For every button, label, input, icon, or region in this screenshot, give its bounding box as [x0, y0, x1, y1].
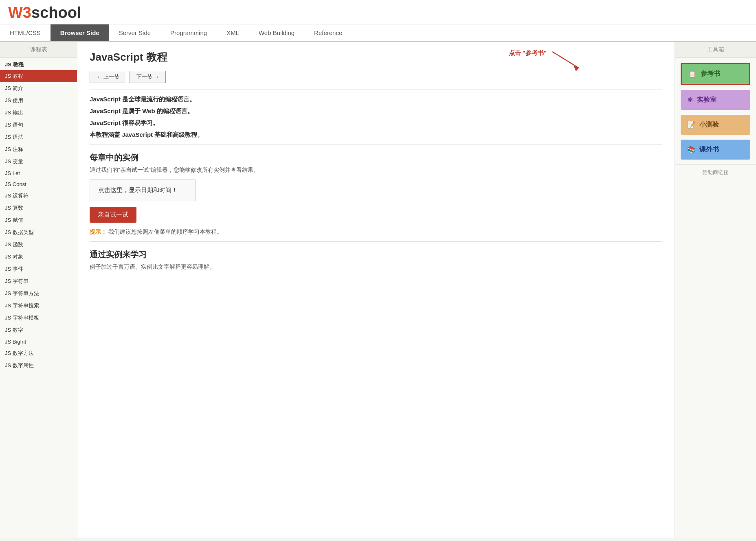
sidebar-item-js-const[interactable]: JS Const [0, 179, 77, 190]
sidebar: 课程表 JS 教程 JS 教程 JS 简介 JS 使用 JS 输出 JS 语句 … [0, 42, 77, 538]
toolbox-reference-btn[interactable]: 📋 参考书 [681, 63, 750, 85]
sidebar-item-js-arithmetic[interactable]: JS 算数 [0, 202, 77, 214]
sidebar-item-js-event[interactable]: JS 事件 [0, 263, 77, 275]
sidebar-item-js-number[interactable]: JS 数字 [0, 324, 77, 336]
section2-desc: 例子胜过千言万语。实例比文字解释更容易理解。 [90, 263, 662, 271]
sidebar-item-js-bigint[interactable]: JS BigInt [0, 336, 77, 347]
annotation-area: 点击 "参考书" [509, 48, 585, 73]
nav-browser-side[interactable]: Browser Side [51, 24, 109, 41]
sidebar-item-js-let[interactable]: JS Let [0, 168, 77, 179]
svg-line-0 [552, 52, 579, 68]
annotation-text: 点击 "参考书" [509, 49, 547, 57]
sidebar-item-js-syntax[interactable]: JS 语法 [0, 131, 77, 143]
sidebar-item-js-function[interactable]: JS 函数 [0, 239, 77, 251]
sidebar-item-js-assign[interactable]: JS 赋值 [0, 214, 77, 226]
toolbox-extra-label: 课外书 [699, 145, 719, 154]
sponsor-label: 赞助商链接 [675, 164, 756, 180]
divider-2 [90, 145, 662, 145]
sidebar-item-js-comment[interactable]: JS 注释 [0, 143, 77, 156]
sidebar-item-js-use[interactable]: JS 使用 [0, 94, 77, 107]
extra-book-icon: 📚 [687, 146, 695, 153]
toolbox-reference-label: 参考书 [701, 70, 720, 78]
nav-html-css[interactable]: HTML/CSS [0, 24, 51, 41]
sidebar-item-js-number-prop[interactable]: JS 数字属性 [0, 359, 77, 372]
nav-reference[interactable]: Reference [304, 24, 352, 41]
intro-line-1: JavaScript 是全球最流行的编程语言。 [90, 96, 662, 103]
nav-xml[interactable]: XML [217, 24, 249, 41]
nav-web-building[interactable]: Web Building [249, 24, 304, 41]
logo[interactable]: W3school [8, 4, 81, 22]
section1-title: 每章中的实例 [90, 152, 662, 163]
sidebar-item-js-string-template[interactable]: JS 字符串模板 [0, 312, 77, 324]
prev-button[interactable]: ← 上一节 [90, 71, 126, 83]
sidebar-item-js-statement[interactable]: JS 语句 [0, 119, 77, 131]
book-icon: 📋 [688, 70, 697, 78]
divider-1 [90, 90, 662, 90]
intro-line-4: 本教程涵盖 JavaScript 基础和高级教程。 [90, 131, 662, 139]
sidebar-group-label: JS 教程 [0, 58, 77, 70]
intro-line-2: JavaScript 是属于 Web 的编程语言。 [90, 107, 662, 115]
section1-desc: 通过我们的"亲自试一试"编辑器，您能够修改所有实例并查看结果。 [90, 166, 662, 174]
tip-content: 我们建议您按照左侧菜单的顺序学习本教程。 [108, 228, 222, 235]
toolbox-quiz-label: 小测验 [699, 120, 719, 129]
sidebar-header: 课程表 [0, 42, 77, 58]
nav-programming[interactable]: Programming [160, 24, 217, 41]
tip-label: 提示： [90, 228, 107, 235]
sidebar-item-js-datatype[interactable]: JS 数据类型 [0, 226, 77, 239]
sidebar-item-js-string-method[interactable]: JS 字符串方法 [0, 287, 77, 300]
demo-box[interactable]: 点击这里，显示日期和时间！ [90, 180, 196, 201]
divider-3 [90, 241, 662, 242]
nav-server-side[interactable]: Server Side [109, 24, 160, 41]
toolbox-lab-btn[interactable]: ⚛ 实验室 [681, 90, 750, 110]
arrow-icon [548, 48, 585, 73]
sidebar-item-js-intro[interactable]: JS 简介 [0, 82, 77, 94]
toolbox: 工具箱 📋 参考书 ⚛ 实验室 📝 小测验 📚 课外书 赞助商链接 [675, 42, 756, 538]
section2-title: 通过实例来学习 [90, 249, 662, 260]
toolbox-quiz-btn[interactable]: 📝 小测验 [681, 115, 750, 135]
quiz-icon: 📝 [687, 121, 695, 129]
sidebar-item-js-number-method[interactable]: JS 数字方法 [0, 347, 77, 359]
next-button[interactable]: 下一节 → [130, 71, 166, 83]
sidebar-item-js-operator[interactable]: JS 运算符 [0, 190, 77, 202]
sidebar-item-js-tutorial[interactable]: JS 教程 [0, 70, 77, 82]
lab-icon: ⚛ [687, 96, 693, 104]
try-button[interactable]: 亲自试一试 [90, 207, 136, 223]
main-content: 点击 "参考书" JavaScript 教程 ← 上一节 下一节 → JavaS… [77, 42, 675, 538]
sidebar-item-js-string-search[interactable]: JS 字符串搜索 [0, 300, 77, 312]
tip-text: 提示： 我们建议您按照左侧菜单的顺序学习本教程。 [90, 228, 662, 236]
sidebar-item-js-string[interactable]: JS 字符串 [0, 275, 77, 287]
toolbox-extra-btn[interactable]: 📚 课外书 [681, 140, 750, 160]
main-nav: HTML/CSS Browser Side Server Side Progra… [0, 24, 756, 42]
sidebar-item-js-output[interactable]: JS 输出 [0, 107, 77, 119]
sidebar-item-js-variable[interactable]: JS 变量 [0, 156, 77, 168]
sidebar-item-js-object[interactable]: JS 对象 [0, 251, 77, 263]
intro-line-3: JavaScript 很容易学习。 [90, 119, 662, 127]
toolbox-header: 工具箱 [675, 42, 756, 58]
toolbox-lab-label: 实验室 [697, 96, 716, 104]
